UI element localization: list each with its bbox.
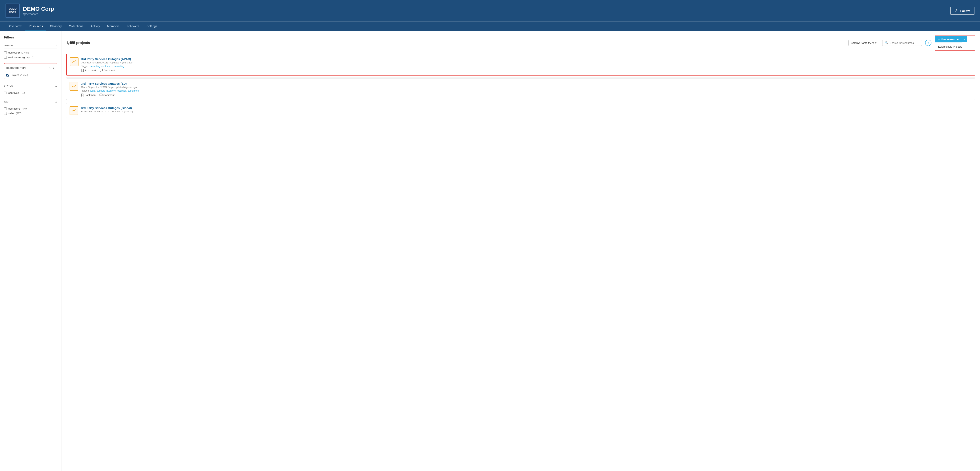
comment-icon-1 xyxy=(100,69,103,72)
filter-label-operations: operations xyxy=(8,107,21,110)
card-tags-2: Tagged users, support, inventory, feedba… xyxy=(81,89,972,92)
org-info: DEMO Corp @democorp xyxy=(23,6,54,16)
filter-checkbox-operations[interactable] xyxy=(4,107,7,110)
tag-link-inventory[interactable]: inventory xyxy=(106,89,115,92)
tag-link-feedback[interactable]: feedback xyxy=(117,89,126,92)
edit-multiple-dropdown-item[interactable]: Edit multiple Projects xyxy=(935,43,975,50)
resource-type-filter-label: RESOURCE TYPE xyxy=(6,67,26,69)
nav-item-overview[interactable]: Overview xyxy=(6,22,25,31)
status-filter-header[interactable]: STATUS ▲ xyxy=(4,83,57,89)
org-handle: @democorp xyxy=(23,13,54,16)
help-button[interactable]: ? xyxy=(925,40,931,46)
project-icon-2 xyxy=(72,84,76,88)
status-filter-label: STATUS xyxy=(4,84,13,87)
nav-item-members[interactable]: Members xyxy=(103,22,123,31)
resource-type-filter-header[interactable]: RESOURCE TYPE (1) ▲ xyxy=(6,65,55,71)
filter-checkbox-sales[interactable] xyxy=(4,112,7,115)
card-tags-1: Tagged marketing, customers, marketing xyxy=(81,65,972,68)
tag-chevron-icon: ▲ xyxy=(55,100,57,103)
follow-button[interactable]: Follow xyxy=(950,7,975,15)
card-top-1: 3rd Party Services Outages (APAC) Jean R… xyxy=(70,57,972,72)
card-meta-3: Rachel Lee for DEMO Corp · Updated 4 yea… xyxy=(81,110,972,113)
owner-chevron-icon: ▲ xyxy=(55,44,57,47)
org-logo: DEMO CORP xyxy=(6,3,20,18)
resource-type-chevron-icon: ▲ xyxy=(52,67,55,69)
sort-select[interactable]: Sort by: Name (A-Z) ▾ xyxy=(848,40,879,46)
status-chevron-icon: ▲ xyxy=(55,84,57,87)
resource-card-1: 3rd Party Services Outages (APAC) Jean R… xyxy=(66,54,975,76)
card-meta-2: Gloria Snyder for DEMO Corp · Updated 4 … xyxy=(81,86,972,89)
filter-count-approved: (12) xyxy=(21,92,25,94)
tag-link-marketing2[interactable]: marketing xyxy=(114,65,124,68)
bookmark-icon-2 xyxy=(81,93,84,97)
new-resource-button[interactable]: + New resource xyxy=(935,36,962,43)
card-icon-2 xyxy=(70,82,78,91)
filter-checkbox-approved[interactable] xyxy=(4,92,7,94)
new-resource-dropdown-button[interactable]: ▾ xyxy=(962,36,967,42)
filter-count-operations: (449) xyxy=(22,107,27,110)
filter-checkbox-democorp[interactable] xyxy=(4,51,7,54)
card-top-2: 3rd Party Services Outages (EU) Gloria S… xyxy=(70,82,972,97)
tag-filter-label: TAG xyxy=(4,100,9,103)
tag-link-marketing1[interactable]: marketing xyxy=(90,65,100,68)
card-body-3: 3rd Party Services Outages (Global) Rach… xyxy=(81,106,972,113)
filter-label-approved: approved xyxy=(8,91,19,94)
card-body-1: 3rd Party Services Outages (APAC) Jean R… xyxy=(81,57,972,72)
filter-item-project: Project (1,455) xyxy=(6,73,55,77)
more-options-button[interactable]: ⋮ xyxy=(967,35,975,43)
filter-checkbox-project[interactable] xyxy=(6,74,9,76)
card-icon-1 xyxy=(70,57,78,66)
filter-label-owlinsurance: owlinsurancegroup xyxy=(8,56,30,59)
nav-item-resources[interactable]: Resources xyxy=(25,22,46,31)
tag-filter-header[interactable]: TAG ▲ xyxy=(4,99,57,105)
svg-rect-3 xyxy=(100,69,102,71)
card-body-2: 3rd Party Services Outages (EU) Gloria S… xyxy=(81,82,972,97)
page-header: DEMO CORP DEMO Corp @democorp Follow xyxy=(0,0,980,21)
bookmark-button-1[interactable]: Bookmark xyxy=(81,69,97,72)
nav-item-followers[interactable]: Followers xyxy=(123,22,143,31)
tag-link-customers1[interactable]: customers xyxy=(102,65,112,68)
filter-count-project: (1,455) xyxy=(20,74,28,76)
search-box: 🔍 xyxy=(882,40,922,46)
nav-item-glossary[interactable]: Glossary xyxy=(46,22,65,31)
filter-item-approved: approved (12) xyxy=(4,91,57,95)
sidebar: Filters OWNER ▲ democorp (1,454) owlinsu… xyxy=(0,31,62,471)
owner-filter-label: OWNER xyxy=(4,45,13,47)
search-input[interactable] xyxy=(890,41,920,45)
tag-link-support[interactable]: support xyxy=(97,89,105,92)
card-title-3[interactable]: 3rd Party Services Outages (Global) xyxy=(81,106,972,110)
card-title-1[interactable]: 3rd Party Services Outages (APAC) xyxy=(81,57,972,60)
status-filter-section: STATUS ▲ approved (12) xyxy=(4,83,57,95)
comment-button-2[interactable]: Comment xyxy=(100,93,115,97)
comment-button-1[interactable]: Comment xyxy=(100,69,115,72)
tag-link-users[interactable]: users xyxy=(90,89,95,92)
filter-label-democorp: democorp xyxy=(8,51,20,54)
project-icon-3 xyxy=(72,109,76,112)
resource-type-count-badge: (1) xyxy=(49,67,51,69)
nav-item-collections[interactable]: Collections xyxy=(65,22,87,31)
tag-filter-section: TAG ▲ operations (449) sales (427) xyxy=(4,99,57,116)
filter-label-project: Project xyxy=(11,73,19,76)
comment-icon-2 xyxy=(100,94,102,96)
tag-link-customers2[interactable]: customers xyxy=(128,89,138,92)
nav-item-activity[interactable]: Activity xyxy=(87,22,104,31)
content-header: 1,455 projects Sort by: Name (A-Z) ▾ 🔍 ?… xyxy=(66,35,975,51)
filter-item-sales: sales (427) xyxy=(4,111,57,116)
resource-type-filter-section: RESOURCE TYPE (1) ▲ Project (1,455) xyxy=(4,63,57,79)
card-title-2[interactable]: 3rd Party Services Outages (EU) xyxy=(81,82,972,85)
follow-icon xyxy=(955,9,959,12)
filter-count-owlinsurance: (1) xyxy=(32,56,35,59)
card-top-3: 3rd Party Services Outages (Global) Rach… xyxy=(70,106,972,115)
nav-item-settings[interactable]: Settings xyxy=(143,22,161,31)
filter-checkbox-owlinsurance[interactable] xyxy=(4,56,7,59)
filter-label-sales: sales xyxy=(8,112,14,115)
new-resource-top: + New resource ▾ ⋮ xyxy=(935,35,975,43)
projects-count: 1,455 projects xyxy=(66,41,90,45)
filters-title: Filters xyxy=(4,35,57,40)
owner-filter-header[interactable]: OWNER ▲ xyxy=(4,43,57,49)
filter-count-sales: (427) xyxy=(16,112,21,115)
org-name: DEMO Corp xyxy=(23,6,54,12)
bookmark-button-2[interactable]: Bookmark xyxy=(81,93,96,97)
owner-filter-section: OWNER ▲ democorp (1,454) owlinsurancegro… xyxy=(4,43,57,59)
card-meta-1: Jean Ray for DEMO Corp · Updated 4 years… xyxy=(81,61,972,64)
